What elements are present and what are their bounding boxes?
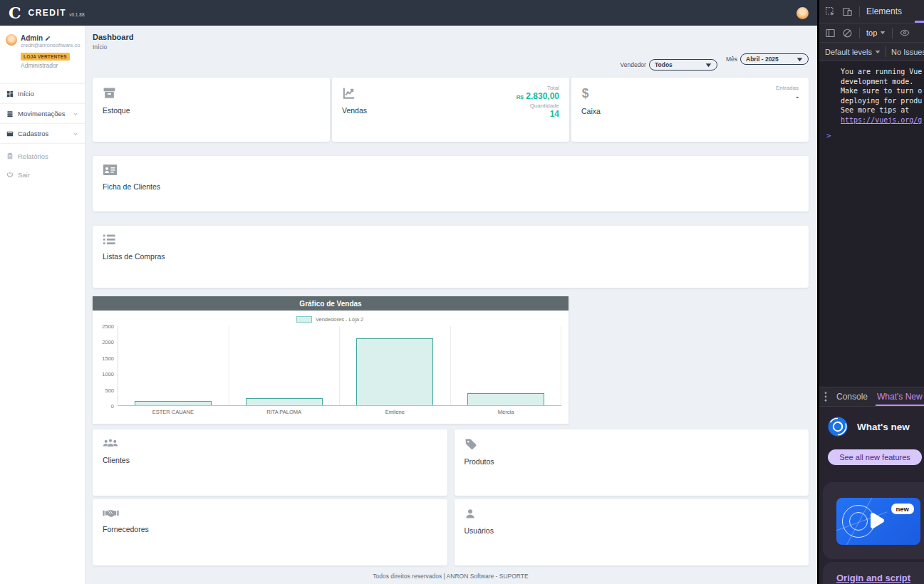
handshake-icon: [103, 508, 437, 518]
month-filter-label: Mês: [726, 56, 737, 63]
total-label: Total: [516, 85, 559, 91]
vue-docs-link[interactable]: https://vuejs.org/g: [841, 116, 922, 124]
card-label: Fornecedores: [103, 525, 437, 533]
id-card-icon: [103, 164, 799, 176]
clientes-card[interactable]: Clientes: [93, 429, 447, 496]
grid-row-1: Clientes Produtos: [93, 429, 809, 496]
chart-column: [118, 326, 229, 405]
footer-text: Todos direitos reservados | ANRON Softwa…: [93, 565, 809, 584]
console-message-line: See more tips at: [819, 105, 924, 115]
chevron-down-icon: [73, 131, 78, 137]
device-toolbar-icon[interactable]: [842, 6, 853, 17]
sidebar-item-label: Início: [18, 90, 34, 98]
power-icon: [6, 171, 14, 178]
quantity-label: Quantidade: [516, 103, 559, 109]
sidebar-item-relatorios[interactable]: Relatórios: [0, 147, 85, 165]
caixa-card[interactable]: $ Caixa Entradas -: [571, 78, 809, 142]
vendor-filter: Vendedor Todos: [621, 59, 717, 71]
quantity-value: 14: [516, 109, 559, 120]
brand-logo[interactable]: C: [9, 5, 21, 21]
grid-row-2: Fornecedores Usuários: [93, 499, 809, 565]
list-icon: [103, 234, 799, 246]
eye-icon[interactable]: [899, 28, 910, 38]
origin-script-link[interactable]: Origin and script: [836, 573, 910, 583]
card-label: Caixa: [581, 107, 799, 115]
usuarios-card[interactable]: Usuários: [455, 499, 809, 565]
chart-bar: [467, 393, 544, 405]
drawer-tab-whats-new[interactable]: What's New: [877, 387, 923, 406]
profile-name: Admin: [21, 34, 43, 42]
sidebar-item-label: Relatórios: [18, 152, 48, 160]
vendor-select[interactable]: Todos: [649, 59, 717, 71]
issues-counter[interactable]: No Issues: [891, 48, 924, 56]
drawer-tabbar: Console What's New: [819, 387, 924, 407]
kebab-menu-icon[interactable]: [824, 392, 827, 402]
total-value: R$ 2.830,00: [516, 91, 559, 103]
sidebar-item-cadastros[interactable]: Cadastros: [0, 124, 85, 144]
card-label: Ficha de Clientes: [103, 182, 799, 191]
card-label: Estoque: [103, 106, 320, 115]
chart-y-axis: 05001000150020002500: [98, 326, 118, 406]
month-select[interactable]: Abril - 2025: [740, 53, 809, 65]
chart-category-label: RITA PALOMA: [229, 409, 340, 415]
selected-tab-indicator: [915, 21, 924, 23]
profile-section: Admin credit@anronsoftware.co... LOJA VE…: [0, 26, 85, 75]
chart-legend[interactable]: Vendedores - Loja 2: [98, 316, 561, 323]
whats-new-link-card[interactable]: Origin and script: [823, 562, 924, 584]
see-all-features-button[interactable]: See all new features: [828, 449, 922, 465]
chart-category-label: Mércia: [450, 409, 561, 415]
sidebar-item-label: Movimentações: [18, 110, 66, 118]
chevron-down-icon: [875, 50, 881, 54]
breadcrumb: Início: [93, 43, 809, 51]
profile-email: credit@anronsoftware.co...: [21, 42, 81, 48]
navbar-user-avatar[interactable]: [796, 7, 809, 19]
console-toolbar: top: [819, 24, 924, 43]
chart-bar: [356, 338, 433, 405]
card-label: Clientes: [103, 456, 437, 464]
sales-chart-card: Gráfico de Vendas Vendedores - Loja 2 05…: [93, 296, 569, 424]
console-prompt[interactable]: >: [819, 131, 924, 141]
frame-selector[interactable]: top: [866, 28, 886, 37]
chevron-down-icon: [880, 31, 886, 35]
fornecedores-card[interactable]: Fornecedores: [93, 499, 447, 565]
listas-compras-card[interactable]: Listas de Compras: [93, 226, 809, 288]
chart-bar: [135, 401, 212, 405]
ficha-clientes-card[interactable]: Ficha de Clientes: [93, 156, 809, 212]
console-message-line: deploying for produ: [819, 96, 924, 106]
chart-column: [340, 326, 451, 405]
chart-y-tick: 1500: [102, 355, 114, 361]
card-icon: [6, 130, 14, 137]
tab-elements[interactable]: Elements: [866, 6, 902, 16]
legend-swatch: [296, 316, 312, 323]
stack-icon: [6, 110, 14, 118]
console-output: You are running Vue development mode. Ma…: [819, 61, 924, 387]
dock-side-icon[interactable]: [825, 28, 836, 38]
inspect-icon[interactable]: [825, 6, 836, 17]
vendas-card[interactable]: Vendas Total R$ 2.830,00 Quantidade 14: [332, 78, 569, 142]
dollar-icon: $: [581, 86, 799, 100]
chart-title: Gráfico de Vendas: [93, 296, 569, 311]
clipboard-icon: [6, 152, 14, 160]
sidebar-item-label: Cadastros: [18, 130, 48, 137]
sidebar-menu: Início Movimentações Cadastros: [0, 83, 85, 184]
box-icon: [103, 86, 320, 100]
chart-x-axis: ESTER CAUANERITA PALOMAEmileneMércia: [118, 406, 561, 419]
log-levels-dropdown[interactable]: Default levels: [825, 48, 881, 56]
profile-avatar[interactable]: [6, 34, 17, 46]
chevron-down-icon: [73, 111, 78, 117]
chart-plot: [118, 326, 561, 406]
sidebar-item-sair[interactable]: Sair: [0, 165, 85, 184]
devtools-panel: Elements top Default levels No Issues Yo…: [817, 0, 924, 584]
whats-new-feature-card[interactable]: new: [823, 482, 924, 559]
feature-video-thumbnail[interactable]: new: [836, 498, 920, 545]
card-label: Usuários: [464, 526, 799, 535]
drawer-tab-console[interactable]: Console: [836, 387, 868, 406]
chart-bar: [246, 398, 323, 405]
sidebar-item-inicio[interactable]: Início: [0, 84, 85, 104]
produtos-card[interactable]: Produtos: [455, 429, 809, 496]
estoque-card[interactable]: Estoque: [93, 78, 330, 142]
sidebar-item-movimentacoes[interactable]: Movimentações: [0, 104, 85, 124]
edit-pencil-icon[interactable]: [45, 36, 51, 41]
top-navbar: C CREDIT v0.1.88: [0, 0, 817, 26]
clear-console-icon[interactable]: [842, 28, 853, 38]
